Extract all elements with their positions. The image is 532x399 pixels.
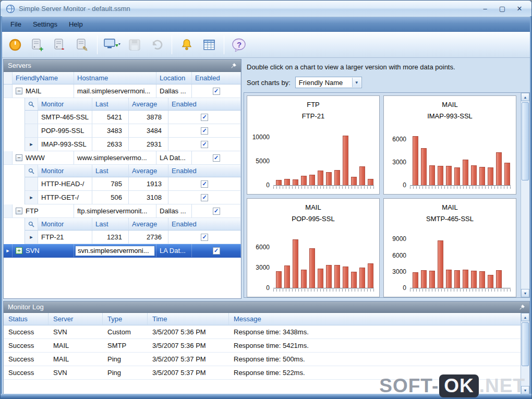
minimize-button[interactable]: – — [478, 4, 492, 14]
report-grid-icon — [202, 38, 216, 52]
help-button[interactable]: ? — [228, 34, 249, 56]
log-column-header-status[interactable]: Status — [4, 313, 49, 325]
enabled-checkbox[interactable]: ✓ — [201, 194, 208, 201]
column-header-enabled[interactable]: Enabled — [168, 218, 241, 230]
chevron-down-icon[interactable]: ▼ — [352, 78, 361, 87]
charts-scrollbar[interactable]: ▲ ▼ — [521, 93, 529, 297]
add-server-button[interactable]: + — [27, 34, 48, 56]
sort-charts-dropdown[interactable]: Friendly Name ▼ — [295, 77, 362, 88]
column-header-enabled[interactable]: Enabled — [192, 72, 241, 84]
chart-server-name: FTP — [247, 101, 379, 108]
menu-help[interactable]: Help — [63, 17, 89, 31]
monitor-row-pop-995-ssl[interactable]: POP-995-SSL 3483 3484 ✓ — [25, 124, 241, 138]
menu-file[interactable]: File — [5, 17, 27, 31]
scroll-down-icon[interactable]: ▼ — [521, 289, 529, 297]
hostname-edit-field[interactable]: svn.simpleservermoni... — [75, 246, 155, 256]
menubar: FileSettingsHelp — [1, 17, 531, 32]
column-header-monitor[interactable]: Monitor — [38, 165, 92, 177]
monitor-row-ftp-21[interactable]: ▸ FTP-21 1231 2736 ✓ — [25, 231, 241, 244]
monitor-row-smtp-465-ssl[interactable]: SMTP-465-SSL 5421 3878 ✓ — [25, 111, 241, 124]
log-row[interactable]: SuccessSVNCustom3/5/2007 5:36 PMResponse… — [4, 325, 529, 339]
monitor-last-value: 1231 — [92, 231, 129, 244]
enabled-checkbox[interactable]: ✓ — [201, 234, 208, 241]
power-button[interactable] — [5, 34, 26, 56]
enabled-checkbox[interactable]: ✓ — [213, 154, 220, 162]
export-monitor-button[interactable] — [102, 34, 123, 56]
servers-header-row: FriendlyName Hostname Location Enabled — [4, 72, 241, 84]
monitor-enabled-cell: ✓ — [168, 191, 241, 204]
expand-icon[interactable]: + — [16, 247, 22, 254]
monitor-row-http-get-/[interactable]: ▸ HTTP-GET-/ 506 3108 ✓ — [25, 191, 241, 204]
chart-bar — [496, 152, 502, 185]
scroll-up-icon[interactable]: ▲ — [521, 93, 529, 101]
column-header-last[interactable]: Last — [92, 165, 129, 177]
chart-bar — [351, 177, 357, 185]
column-header-average[interactable]: Average — [129, 165, 168, 177]
column-header-friendlyname[interactable]: FriendlyName — [13, 72, 74, 84]
log-column-header-time[interactable]: Time — [148, 313, 229, 325]
column-header-location[interactable]: Location — [156, 72, 192, 84]
monitor-log-title: Monitor Log — [8, 303, 519, 311]
pin-icon[interactable] — [231, 63, 237, 69]
enabled-checkbox[interactable]: ✓ — [213, 247, 220, 255]
server-name: WWW — [26, 154, 45, 162]
title-bar[interactable]: Simple Server Monitor - default.ssmn – ▢… — [1, 1, 531, 17]
log-column-header-server[interactable]: Server — [49, 313, 103, 325]
enabled-checkbox[interactable]: ✓ — [201, 114, 208, 121]
column-header-enabled[interactable]: Enabled — [168, 165, 241, 177]
chart-bar — [276, 180, 282, 185]
alerts-bell-button[interactable] — [176, 34, 197, 56]
column-header-last[interactable]: Last — [92, 218, 129, 230]
chart-pop-995-ssl[interactable]: MAIL POP-995-SSL 030006000 — [247, 198, 380, 297]
search-icon[interactable] — [25, 218, 38, 230]
menu-settings[interactable]: Settings — [27, 17, 63, 31]
enabled-checkbox[interactable]: ✓ — [201, 141, 208, 148]
log-row[interactable]: SuccessMAILSMTP3/5/2007 5:36 PMResponse … — [4, 339, 529, 353]
scroll-up-icon[interactable]: ▲ — [521, 313, 529, 321]
chart-bar — [293, 239, 298, 288]
chart-smtp-465-ssl[interactable]: MAIL SMTP-465-SSL 0300060009000 — [383, 198, 516, 297]
server-row-www[interactable]: −WWW www.simpleservermo... LA Dat... ✓ — [4, 151, 241, 165]
server-row-mail[interactable]: −MAIL mail.simpleservermoni... Dallas ..… — [4, 84, 241, 98]
remove-server-button[interactable]: - — [50, 34, 70, 56]
chart-ftp-21[interactable]: FTP FTP-21 0500010000 — [247, 95, 380, 195]
pin-icon[interactable] — [519, 304, 525, 310]
column-header-monitor[interactable]: Monitor — [38, 98, 92, 110]
chart-server-name: MAIL — [384, 203, 516, 211]
chart-bar — [488, 275, 493, 288]
maximize-button[interactable]: ▢ — [495, 4, 509, 14]
toolbar-separator — [97, 35, 98, 54]
enabled-checkbox[interactable]: ✓ — [201, 127, 208, 135]
close-button[interactable]: ✕ — [513, 4, 526, 14]
chart-bar — [479, 167, 485, 185]
log-scrollbar-thumb[interactable] — [522, 322, 529, 366]
column-header-average[interactable]: Average — [129, 218, 168, 230]
log-column-header-message[interactable]: Message — [229, 313, 529, 325]
edit-server-button[interactable]: ✎ — [72, 34, 93, 56]
search-icon[interactable] — [25, 165, 38, 177]
alerts-bell-icon — [180, 38, 194, 52]
server-row-ftp[interactable]: −FTP ftp.simpleservermonit... Dallas ...… — [4, 204, 241, 218]
log-cell-time: 3/5/2007 5:37 PM — [148, 353, 229, 366]
log-row[interactable]: SuccessMAILPing3/5/2007 5:37 PMResponse … — [4, 353, 529, 366]
enabled-checkbox[interactable]: ✓ — [213, 88, 220, 95]
monitor-row-http-head-/[interactable]: HTTP-HEAD-/ 785 1913 ✓ — [25, 177, 241, 191]
report-grid-button[interactable] — [199, 34, 220, 56]
monitor-row-imap-993-ssl[interactable]: ▸ IMAP-993-SSL 2633 2931 ✓ — [25, 138, 241, 151]
collapse-icon[interactable]: − — [16, 154, 22, 161]
search-icon[interactable] — [25, 98, 38, 110]
column-header-hostname[interactable]: Hostname — [74, 72, 156, 84]
log-column-header-type[interactable]: Type — [103, 313, 148, 325]
chart-imap-993-ssl[interactable]: MAIL IMAP-993-SSL 030006000 — [383, 95, 516, 195]
enabled-checkbox[interactable]: ✓ — [213, 208, 220, 215]
column-header-enabled[interactable]: Enabled — [168, 98, 241, 110]
collapse-icon[interactable]: − — [16, 208, 22, 214]
collapse-icon[interactable]: − — [16, 88, 22, 94]
charts-scrollbar-thumb[interactable] — [522, 102, 529, 180]
server-row-svn[interactable]: ▸ +SVN svn.simpleservermoni... LA Dat...… — [4, 244, 241, 258]
column-header-average[interactable]: Average — [129, 98, 168, 110]
column-header-last[interactable]: Last — [92, 98, 129, 110]
column-header-monitor[interactable]: Monitor — [38, 218, 92, 230]
chart-bar — [438, 166, 443, 185]
enabled-checkbox[interactable]: ✓ — [201, 180, 208, 188]
